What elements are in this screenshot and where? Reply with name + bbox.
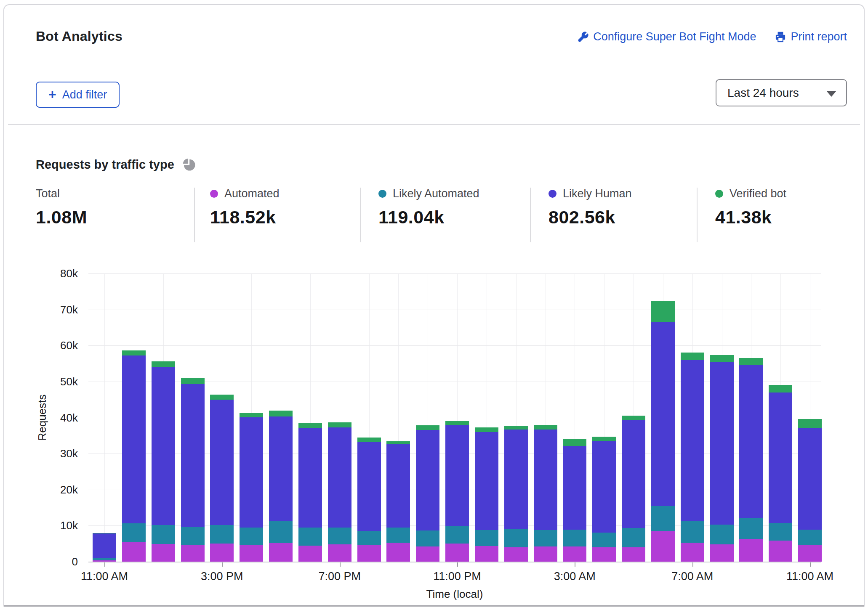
time-range-select[interactable]: Last 24 hours bbox=[716, 79, 847, 106]
segment-verified-bot bbox=[181, 378, 205, 384]
segment-likely-automated bbox=[798, 530, 822, 545]
segment-automated bbox=[651, 531, 675, 562]
legend-dot bbox=[378, 190, 386, 198]
segment-likely-automated bbox=[298, 528, 322, 546]
segment-likely-automated bbox=[651, 506, 675, 531]
segment-verified-bot bbox=[328, 422, 351, 427]
segment-likely-automated bbox=[416, 530, 439, 546]
bar-11-00-am-24[interactable] bbox=[798, 419, 822, 562]
add-filter-button[interactable]: + Add filter bbox=[36, 82, 120, 108]
segment-likely-human bbox=[592, 441, 616, 532]
segment-automated bbox=[504, 547, 528, 562]
bar-1-00-am-14[interactable] bbox=[504, 426, 528, 562]
segment-verified-bot bbox=[298, 423, 322, 428]
segment-verified-bot bbox=[710, 355, 734, 363]
stat-value: 1.08M bbox=[36, 207, 87, 228]
stat-label: Automated bbox=[224, 187, 280, 200]
segment-likely-human bbox=[504, 430, 528, 529]
segment-automated bbox=[563, 546, 586, 562]
segment-automated bbox=[622, 547, 645, 562]
segment-likely-automated bbox=[592, 533, 616, 547]
bar-4-00-am-17[interactable] bbox=[592, 437, 616, 562]
bar-6-00-pm-7[interactable] bbox=[298, 423, 322, 562]
segment-automated bbox=[710, 544, 734, 562]
bar-1-00-pm-2[interactable] bbox=[152, 361, 175, 562]
stat-label: Verified bot bbox=[730, 187, 786, 200]
segment-automated bbox=[769, 541, 792, 562]
segment-automated bbox=[386, 543, 410, 562]
stat-divider bbox=[360, 188, 361, 242]
segment-likely-automated bbox=[240, 528, 263, 545]
segment-verified-bot bbox=[681, 353, 704, 360]
bar-9-00-pm-10[interactable] bbox=[386, 441, 410, 562]
segment-automated bbox=[269, 543, 293, 562]
configure-super-bot-fight-mode-link[interactable]: Configure Super Bot Fight Mode bbox=[577, 30, 756, 43]
segment-likely-human bbox=[798, 428, 822, 529]
segment-automated bbox=[592, 547, 616, 562]
segment-likely-automated bbox=[681, 521, 704, 542]
segment-verified-bot bbox=[152, 361, 175, 367]
segment-likely-automated bbox=[739, 518, 763, 539]
segment-automated bbox=[152, 544, 175, 562]
segment-verified-bot bbox=[592, 437, 616, 441]
bar-10-00-pm-11[interactable] bbox=[416, 425, 439, 562]
stat-label: Likely Human bbox=[563, 187, 632, 200]
bar-4-00-pm-5[interactable] bbox=[240, 413, 263, 562]
segment-verified-bot bbox=[122, 350, 146, 355]
bar-6-00-am-19[interactable] bbox=[651, 301, 675, 562]
plus-icon: + bbox=[48, 88, 56, 101]
bar-11-00-am-0[interactable] bbox=[93, 533, 116, 562]
segment-likely-automated bbox=[357, 531, 381, 545]
segment-likely-human bbox=[298, 428, 322, 528]
bar-5-00-am-18[interactable] bbox=[622, 416, 645, 562]
stats-row: Total1.08MAutomated118.52kLikely Automat… bbox=[4, 183, 868, 247]
print-report-link[interactable]: Print report bbox=[775, 30, 847, 43]
header-actions: Configure Super Bot Fight Mode Print rep… bbox=[577, 30, 847, 43]
segment-verified-bot bbox=[504, 426, 528, 430]
segment-likely-human bbox=[563, 446, 586, 530]
bar-9-00-am-22[interactable] bbox=[739, 358, 763, 562]
segment-verified-bot bbox=[386, 441, 410, 444]
header-divider bbox=[8, 124, 860, 125]
segment-verified-bot bbox=[210, 395, 234, 400]
segment-likely-automated bbox=[269, 521, 293, 543]
segment-likely-automated bbox=[181, 527, 205, 545]
bar-7-00-am-20[interactable] bbox=[681, 353, 704, 562]
page-title: Bot Analytics bbox=[36, 29, 122, 44]
printer-icon bbox=[775, 31, 786, 43]
segment-automated bbox=[328, 544, 351, 562]
stat-value: 41.38k bbox=[715, 207, 786, 228]
segment-likely-human bbox=[651, 322, 675, 506]
stat-value: 118.52k bbox=[210, 207, 280, 228]
bar-2-00-pm-3[interactable] bbox=[181, 378, 205, 562]
segment-automated bbox=[181, 545, 205, 562]
stat-block-likely-automated: Likely Automated119.04k bbox=[378, 187, 479, 228]
bar-3-00-am-16[interactable] bbox=[563, 439, 586, 562]
segment-likely-human bbox=[710, 362, 734, 524]
segment-likely-automated bbox=[769, 523, 792, 541]
bar-5-00-pm-6[interactable] bbox=[269, 411, 293, 562]
bar-10-00-am-23[interactable] bbox=[769, 385, 792, 562]
segment-automated bbox=[681, 543, 704, 562]
segment-verified-bot bbox=[416, 425, 439, 430]
chevron-down-icon bbox=[827, 91, 836, 97]
bar-7-00-pm-8[interactable] bbox=[328, 422, 351, 562]
segment-automated bbox=[445, 544, 469, 562]
stat-divider bbox=[530, 188, 531, 242]
bot-analytics-page: Bot Analytics Configure Super Bot Fight … bbox=[0, 0, 868, 610]
segment-verified-bot bbox=[622, 416, 645, 420]
segment-likely-human bbox=[445, 425, 469, 526]
stat-label: Likely Automated bbox=[393, 187, 479, 200]
segment-likely-human bbox=[769, 393, 792, 523]
stat-value: 119.04k bbox=[378, 207, 479, 228]
bar-11-00-pm-12[interactable] bbox=[445, 421, 469, 562]
bar-8-00-pm-9[interactable] bbox=[357, 438, 381, 562]
segment-likely-human bbox=[210, 400, 234, 525]
bar-12-00-pm-1[interactable] bbox=[122, 350, 146, 562]
bar-12-00-am-13[interactable] bbox=[475, 427, 498, 562]
segment-automated bbox=[798, 545, 822, 562]
bar-2-00-am-15[interactable] bbox=[534, 425, 557, 562]
bar-3-00-pm-4[interactable] bbox=[210, 395, 234, 562]
segment-likely-human bbox=[622, 420, 645, 528]
bar-8-00-am-21[interactable] bbox=[710, 355, 734, 562]
